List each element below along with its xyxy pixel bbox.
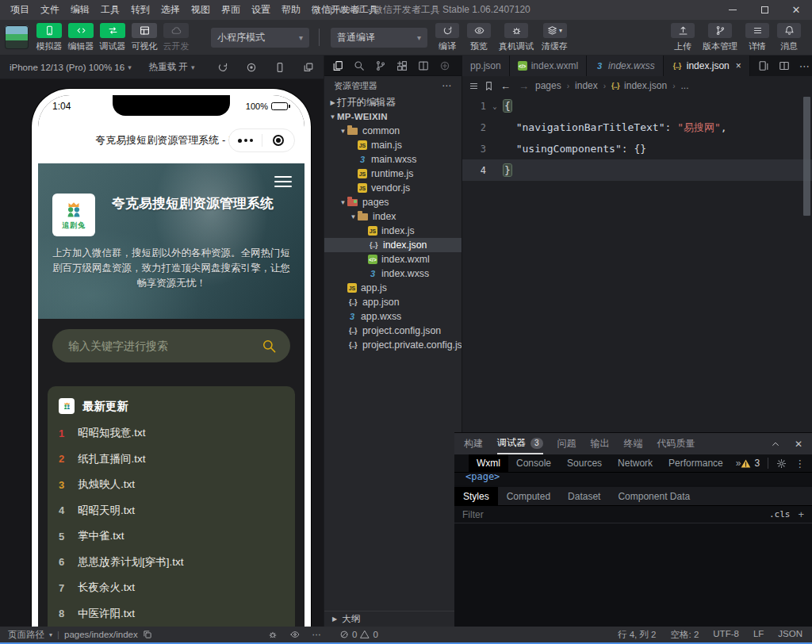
device-view-button[interactable]: [274, 62, 285, 73]
editor-tab[interactable]: pp.json: [462, 56, 510, 76]
toolbar-button-bug[interactable]: 真机调试: [499, 23, 534, 52]
tree-item[interactable]: 3index.wxss: [324, 266, 462, 281]
editor-tab[interactable]: {..}index.json×: [664, 56, 750, 76]
warning-count-badge[interactable]: 3: [741, 458, 760, 469]
page-path-label[interactable]: 页面路径: [8, 629, 44, 641]
list-item[interactable]: 8中医许阳.txt: [59, 601, 284, 627]
panel-tab-终端[interactable]: 终端: [624, 433, 643, 454]
status-segment[interactable]: JSON: [778, 629, 802, 641]
editor-scrollbar[interactable]: [803, 97, 810, 216]
files-icon[interactable]: [332, 60, 343, 71]
cls-toggle[interactable]: .cls: [769, 509, 791, 519]
close-icon[interactable]: ✕: [795, 439, 802, 450]
extensions-icon[interactable]: [396, 60, 408, 71]
hot-reload-toggle[interactable]: 热重载 开 ▾: [149, 61, 195, 73]
styles-tab-computed[interactable]: Computed: [498, 487, 559, 505]
panel-tab-输出[interactable]: 输出: [591, 433, 610, 454]
tree-item[interactable]: ▼common: [324, 124, 462, 138]
forward-arrow-icon[interactable]: →: [519, 80, 529, 92]
styles-tab-dataset[interactable]: Dataset: [559, 487, 609, 505]
split-editor-icon[interactable]: [779, 60, 790, 71]
list-item[interactable]: 7长夜余火.txt: [59, 575, 284, 601]
kebab-menu-icon[interactable]: ⋮: [795, 458, 805, 470]
breadcrumb-item[interactable]: ...: [680, 80, 688, 91]
mode-dropdown[interactable]: 小程序模式 ▾: [211, 28, 309, 48]
toolbar-button-branch[interactable]: 版本管理: [703, 23, 737, 52]
collapse-panel-icon[interactable]: [771, 439, 780, 449]
tree-item[interactable]: 3app.wxss: [324, 309, 462, 324]
devtools-tab-sources[interactable]: Sources: [559, 454, 610, 472]
toolbar-button-eye[interactable]: 预览: [467, 23, 491, 52]
problem-counts[interactable]: 0 0: [330, 630, 378, 639]
more-actions-icon[interactable]: ⋯: [312, 629, 323, 640]
tree-item[interactable]: {..}project.private.config.js...: [324, 338, 462, 352]
search-box[interactable]: [52, 329, 290, 362]
editor-tab[interactable]: </>index.wxml: [510, 56, 587, 76]
panel-tab-代码质量[interactable]: 代码质量: [657, 433, 695, 454]
tree-item[interactable]: </>index.wxml: [324, 252, 462, 266]
avatar[interactable]: [5, 25, 29, 49]
list-item[interactable]: 5掌中雀.txt: [59, 523, 284, 550]
menu-item[interactable]: 设置: [246, 3, 276, 17]
menu-item[interactable]: 文件: [35, 3, 65, 17]
toolbar-button-cloud[interactable]: 云开发: [160, 23, 192, 52]
devtools-tab-performance[interactable]: Performance: [661, 454, 731, 472]
tree-item[interactable]: ▼pages: [324, 195, 462, 209]
toolbar-button-layers[interactable]: ▾清缓存: [542, 23, 568, 52]
search-icon[interactable]: [262, 339, 277, 354]
menu-item[interactable]: 项目: [5, 3, 35, 17]
tree-item[interactable]: {..}app.json: [324, 295, 462, 309]
copy-icon[interactable]: [143, 630, 152, 639]
breadcrumb-item[interactable]: pages: [535, 80, 561, 91]
tree-item[interactable]: {..}index.json: [324, 238, 462, 252]
app-logo[interactable]: 追剧兔: [52, 194, 95, 236]
toolbar-button-refresh[interactable]: 编译: [435, 23, 459, 52]
breadcrumb-item[interactable]: index.json: [624, 80, 667, 91]
list-item[interactable]: 3执烛映人.txt: [59, 472, 284, 498]
source-control-icon[interactable]: [375, 60, 386, 71]
status-segment[interactable]: LF: [753, 629, 764, 641]
menu-item[interactable]: 编辑: [65, 3, 95, 17]
status-segment[interactable]: UTF-8: [713, 629, 739, 641]
styles-tab-styles[interactable]: Styles: [454, 487, 498, 505]
minimize-button[interactable]: [717, 0, 749, 20]
toolbar-button-list[interactable]: 详情: [745, 23, 769, 52]
devtools-tab-console[interactable]: Console: [508, 454, 559, 472]
more-tabs-icon[interactable]: »: [736, 458, 741, 469]
more-menu-button[interactable]: [229, 139, 262, 143]
list-item[interactable]: 1昭昭知我意.txt: [59, 420, 284, 447]
element-node[interactable]: <page>: [454, 473, 812, 482]
filter-input[interactable]: [462, 509, 769, 520]
menu-item[interactable]: 界面: [216, 3, 246, 17]
toolbar-button-phone[interactable]: 模拟器: [33, 23, 65, 52]
maximize-button[interactable]: [749, 0, 780, 20]
devtools-tab-network[interactable]: Network: [610, 454, 661, 472]
panel-tab-调试器[interactable]: 调试器3: [497, 433, 543, 454]
toolbar-button-swap[interactable]: 调试器: [97, 23, 128, 52]
search-icon[interactable]: [354, 60, 365, 71]
search-input[interactable]: [52, 339, 290, 352]
toolbar-button-bell[interactable]: 消息: [777, 23, 801, 52]
toolbar-button-upload[interactable]: 上传: [671, 23, 695, 52]
tree-item[interactable]: JSindex.js: [324, 224, 462, 238]
add-style-icon[interactable]: +: [798, 508, 804, 520]
toolbar-button-code[interactable]: 编辑器: [65, 23, 97, 52]
more-actions-icon[interactable]: ⋯: [799, 60, 810, 72]
gear-icon[interactable]: [776, 458, 787, 469]
back-arrow-icon[interactable]: ←: [500, 80, 511, 92]
breadcrumb-item[interactable]: index: [575, 80, 598, 91]
code-editor[interactable]: 1 ⌄ { 2 "navigationBarTitleText": "易搜网",…: [462, 95, 812, 432]
close-icon[interactable]: ×: [736, 60, 741, 71]
menu-item[interactable]: 选择: [155, 3, 186, 17]
tree-item[interactable]: JSmain.js: [324, 138, 462, 152]
menu-item[interactable]: 帮助: [276, 3, 306, 17]
panel-tab-构建[interactable]: 构建: [464, 433, 483, 454]
list-item[interactable]: 6崽崽放养计划[穿书].txt: [59, 550, 284, 576]
hamburger-menu-icon[interactable]: [274, 173, 292, 190]
editor-tab[interactable]: 3index.wxss: [587, 56, 664, 76]
tree-item[interactable]: ▶打开的编辑器: [324, 95, 462, 109]
styles-tab-component-data[interactable]: Component Data: [609, 487, 699, 505]
panel-tab-问题[interactable]: 问题: [557, 433, 576, 454]
record-button[interactable]: [246, 62, 257, 73]
more-actions-icon[interactable]: ⋯: [442, 80, 452, 91]
